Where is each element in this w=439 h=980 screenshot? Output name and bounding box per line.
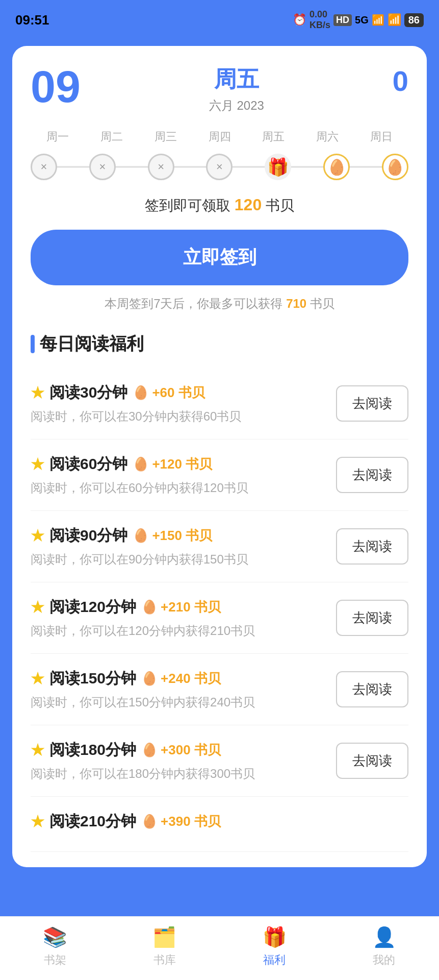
weekday-fri: 周五	[246, 129, 300, 144]
date-header: 09 周五 六月 2023 0	[31, 64, 408, 114]
star-icon-2: ★	[31, 527, 44, 545]
reward-amount: 120	[235, 195, 262, 214]
bottom-nav: 📚 书架 🗂️ 书库 🎁 福利 👤 我的	[0, 916, 439, 980]
date-weekday: 周五	[81, 64, 393, 94]
go-read-btn-1[interactable]: 去阅读	[336, 457, 408, 493]
nav-item-welfare[interactable]: 🎁 福利	[263, 926, 287, 968]
coin-reward-4: 🥚 +240 书贝	[141, 670, 221, 688]
date-month-year: 六月 2023	[81, 97, 393, 114]
reward-suffix: 书贝	[266, 198, 294, 213]
reading-left-6: ★ 阅读210分钟 🥚 +390 书贝	[31, 811, 408, 837]
alarm-icon: ⏰	[293, 13, 306, 27]
reading-left-3: ★ 阅读120分钟 🥚 +210 书贝 阅读时，你可以在120分钟内获得210书…	[31, 597, 326, 639]
go-read-btn-4[interactable]: 去阅读	[336, 671, 408, 707]
checkin-card: 09 周五 六月 2023 0 周一 周二 周三 周四 周五 周六 周日 × ×…	[12, 46, 427, 867]
battery-level: 86	[404, 13, 424, 27]
week-row: 周一 周二 周三 周四 周五 周六 周日	[31, 129, 408, 144]
reading-title-3: ★ 阅读120分钟 🥚 +210 书贝	[31, 597, 326, 618]
wifi-icon: 📶	[388, 13, 401, 27]
status-time: 09:51	[15, 12, 49, 28]
reading-desc-2: 阅读时，你可以在90分钟内获得150书贝	[31, 551, 326, 568]
library-icon: 🗂️	[152, 926, 176, 948]
weekday-wed: 周三	[139, 129, 193, 144]
progress-dot-7: 🥚	[382, 154, 408, 180]
network-5g: 5G	[355, 14, 369, 26]
weekday-sat: 周六	[300, 129, 354, 144]
coin-reward-5: 🥚 +300 书贝	[141, 741, 221, 759]
reading-item-4: ★ 阅读150分钟 🥚 +240 书贝 阅读时，你可以在150分钟内获得240书…	[31, 654, 408, 725]
coin-reward-0: 🥚 +60 书贝	[133, 384, 204, 402]
sub-prefix: 本周签到7天后，你最多可以获得	[105, 297, 282, 310]
weekday-mon: 周一	[31, 129, 85, 144]
weekday-sun: 周日	[354, 129, 408, 144]
reading-desc-5: 阅读时，你可以在180分钟内获得300书贝	[31, 766, 326, 782]
reward-prefix: 签到即可领取	[145, 198, 230, 213]
progress-row: × × × × 🎁 🥚 🥚	[31, 154, 408, 180]
star-icon-5: ★	[31, 741, 44, 759]
nav-label-bookshelf: 书架	[44, 952, 66, 968]
reading-left-4: ★ 阅读150分钟 🥚 +240 书贝 阅读时，你可以在150分钟内获得240书…	[31, 668, 326, 710]
status-icons: ⏰ 0.00KB/s HD 5G 📶 📶 86	[293, 9, 424, 31]
reading-item-0: ★ 阅读30分钟 🥚 +60 书贝 阅读时，你可以在30分钟内获得60书贝 去阅…	[31, 368, 408, 439]
progress-dot-5: 🎁	[265, 154, 291, 180]
reading-title-2: ★ 阅读90分钟 🥚 +150 书贝	[31, 525, 326, 546]
sub-text: 本周签到7天后，你最多可以获得 710 书贝	[31, 296, 408, 312]
coin-reward-3: 🥚 +210 书贝	[141, 598, 221, 616]
signin-button[interactable]: 立即签到	[31, 230, 408, 285]
section-title: 每日阅读福利	[31, 332, 408, 356]
reading-desc-3: 阅读时，你可以在120分钟内获得210书贝	[31, 623, 326, 639]
weekday-thu: 周四	[193, 129, 247, 144]
data-speed: 0.00KB/s	[309, 9, 330, 31]
weekday-tue: 周二	[85, 129, 139, 144]
mine-icon: 👤	[372, 926, 396, 948]
star-icon-1: ★	[31, 455, 44, 473]
reading-title-4: ★ 阅读150分钟 🥚 +240 书贝	[31, 668, 326, 689]
go-read-btn-0[interactable]: 去阅读	[336, 385, 408, 422]
nav-item-library[interactable]: 🗂️ 书库	[152, 926, 176, 968]
reading-list: ★ 阅读30分钟 🥚 +60 书贝 阅读时，你可以在30分钟内获得60书贝 去阅…	[31, 368, 408, 852]
coin-reward-1: 🥚 +120 书贝	[133, 455, 212, 473]
reading-title-5: ★ 阅读180分钟 🥚 +300 书贝	[31, 740, 326, 761]
go-read-btn-2[interactable]: 去阅读	[336, 528, 408, 565]
reading-desc-1: 阅读时，你可以在60分钟内获得120书贝	[31, 480, 326, 496]
coin-reward-2: 🥚 +150 书贝	[133, 527, 212, 545]
progress-dot-1: ×	[31, 154, 57, 180]
title-bar-decoration	[31, 335, 35, 353]
star-icon-4: ★	[31, 670, 44, 688]
reading-item-3: ★ 阅读120分钟 🥚 +210 书贝 阅读时，你可以在120分钟内获得210书…	[31, 582, 408, 654]
sub-suffix: 书贝	[310, 297, 334, 310]
reward-text: 签到即可领取 120 书贝	[31, 195, 408, 215]
nav-item-mine[interactable]: 👤 我的	[372, 926, 396, 968]
go-read-btn-5[interactable]: 去阅读	[336, 743, 408, 779]
date-score: 0	[393, 64, 408, 97]
reading-desc-0: 阅读时，你可以在30分钟内获得60书贝	[31, 408, 326, 425]
reading-item-6: ★ 阅读210分钟 🥚 +390 书贝	[31, 797, 408, 852]
star-icon-0: ★	[31, 384, 44, 402]
date-center: 周五 六月 2023	[81, 64, 393, 114]
reading-left-5: ★ 阅读180分钟 🥚 +300 书贝 阅读时，你可以在180分钟内获得300书…	[31, 740, 326, 782]
nav-label-welfare: 福利	[263, 952, 286, 968]
reading-left-2: ★ 阅读90分钟 🥚 +150 书贝 阅读时，你可以在90分钟内获得150书贝	[31, 525, 326, 568]
progress-dot-6: 🥚	[323, 154, 350, 180]
status-bar: 09:51 ⏰ 0.00KB/s HD 5G 📶 📶 86	[0, 0, 439, 36]
reading-left-1: ★ 阅读60分钟 🥚 +120 书贝 阅读时，你可以在60分钟内获得120书贝	[31, 454, 326, 496]
coin-reward-6: 🥚 +390 书贝	[141, 813, 221, 830]
reading-desc-4: 阅读时，你可以在150分钟内获得240书贝	[31, 694, 326, 710]
hd-badge: HD	[333, 14, 352, 26]
sub-amount: 710	[286, 297, 306, 310]
reading-item-2: ★ 阅读90分钟 🥚 +150 书贝 阅读时，你可以在90分钟内获得150书贝 …	[31, 511, 408, 582]
progress-dot-4: ×	[206, 154, 233, 180]
welfare-icon: 🎁	[263, 926, 287, 948]
reading-left-0: ★ 阅读30分钟 🥚 +60 书贝 阅读时，你可以在30分钟内获得60书贝	[31, 382, 326, 425]
progress-dot-2: ×	[89, 154, 116, 180]
nav-item-bookshelf[interactable]: 📚 书架	[43, 926, 67, 968]
reading-title-0: ★ 阅读30分钟 🥚 +60 书贝	[31, 382, 326, 403]
reading-title-6: ★ 阅读210分钟 🥚 +390 书贝	[31, 811, 408, 832]
reading-item-5: ★ 阅读180分钟 🥚 +300 书贝 阅读时，你可以在180分钟内获得300书…	[31, 725, 408, 797]
nav-label-mine: 我的	[373, 952, 395, 968]
progress-dot-3: ×	[148, 154, 174, 180]
go-read-btn-3[interactable]: 去阅读	[336, 600, 408, 636]
nav-label-library: 书库	[153, 952, 176, 968]
reading-item-1: ★ 阅读60分钟 🥚 +120 书贝 阅读时，你可以在60分钟内获得120书贝 …	[31, 439, 408, 511]
date-day: 09	[31, 64, 81, 109]
